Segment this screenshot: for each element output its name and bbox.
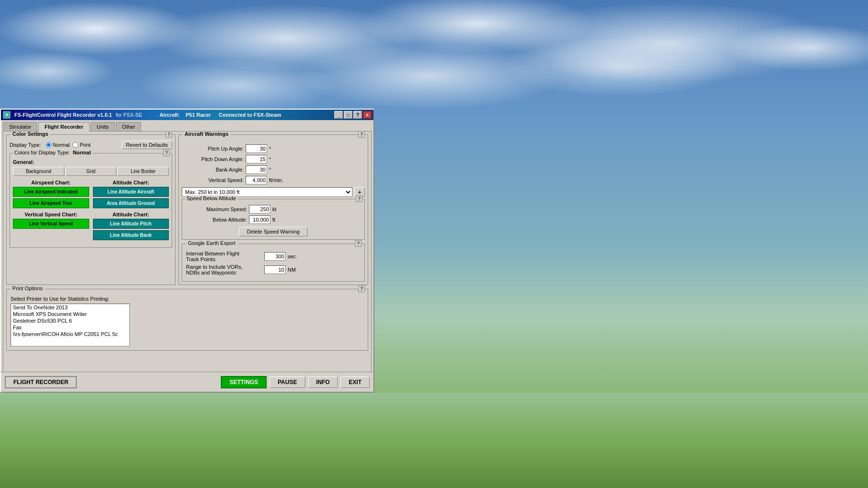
- bank-angle-row: Bank Angle: 30 °: [182, 165, 365, 174]
- maximize-button[interactable]: □: [344, 111, 352, 119]
- attitude-chart-col: Attitude Chart: Line Altitude Pitch Line…: [93, 212, 169, 242]
- title-bar: ✈ FS-FlightControl Flight Recorder v1.0.…: [1, 110, 373, 120]
- help-button[interactable]: ?: [353, 111, 362, 119]
- title-bar-left: ✈ FS-FlightControl Flight Recorder v1.0.…: [3, 111, 281, 119]
- flight-recorder-bottom-button[interactable]: FLIGHT RECORDER: [5, 376, 77, 388]
- speed-below-altitude-title: Speed Below Altitude: [185, 195, 238, 201]
- aircraft-warnings-help[interactable]: ?: [358, 131, 365, 138]
- radio-print-label[interactable]: Print: [72, 142, 91, 148]
- line-attitude-bank-button[interactable]: Line Altitude Bank: [93, 230, 169, 240]
- printer-item-2[interactable]: Gestetner DSc530 PCL 6: [11, 317, 129, 324]
- pause-button[interactable]: PAUSE: [269, 376, 305, 388]
- altitude-chart-label: Altitude Chart:: [93, 180, 169, 185]
- general-color-buttons: Background Grid Line Border: [13, 167, 169, 176]
- vertical-speed-chart-label: Vertical Speed Chart:: [13, 212, 89, 217]
- google-earth-help[interactable]: ?: [355, 240, 362, 247]
- close-button[interactable]: ×: [363, 111, 372, 119]
- title-bar-buttons: _ □ ? ×: [334, 111, 372, 119]
- printer-item-3[interactable]: Fax: [11, 324, 129, 331]
- top-panel-row: Color Settings ? Display Type: Normal Pr…: [6, 134, 368, 285]
- line-altitude-aircraft-button[interactable]: Line Altitude Aircraft: [93, 187, 169, 197]
- app-window: ✈ FS-FlightControl Flight Recorder v1.0.…: [0, 109, 374, 393]
- colors-sub-title: Colors for Display Type: Normal: [13, 150, 93, 155]
- color-settings-group: Color Settings ? Display Type: Normal Pr…: [6, 134, 176, 285]
- interval-row: Interval Between Flight Track Points: 30…: [186, 251, 361, 262]
- printer-list[interactable]: Send To OneNote 2013 Microsoft XPS Docum…: [10, 304, 130, 346]
- vertical-speed-warning-label: Vertical Speed:: [182, 177, 244, 183]
- radio-print-text: Print: [80, 142, 91, 148]
- bank-angle-unit: °: [269, 167, 271, 173]
- speed-below-altitude-panel: Speed Below Altitude ? Maximum Speed: 25…: [182, 199, 365, 240]
- settings-button[interactable]: SETTINGS: [221, 376, 267, 388]
- delete-speed-warning-button[interactable]: Delete Speed Warning: [239, 227, 308, 236]
- aircraft-name: P51 Racer: [186, 112, 211, 118]
- line-vertical-speed-button[interactable]: Line Vertical Speed: [13, 219, 89, 229]
- area-altitude-ground-button[interactable]: Area Altitude Ground: [93, 198, 169, 208]
- interval-input[interactable]: 300: [264, 252, 286, 261]
- line-airspeed-true-button[interactable]: Line Airspeed True: [13, 198, 89, 208]
- colors-sub-group: Colors for Display Type: Normal ? Genera…: [10, 153, 172, 248]
- below-altitude-label: Below Altitude:: [185, 217, 247, 223]
- printer-label: Select Printer to Use for Statistics Pri…: [10, 296, 364, 302]
- pitch-down-unit: °: [269, 156, 271, 162]
- google-earth-panel: Google Earth Export ? Interval Between F…: [182, 244, 365, 282]
- pitch-down-input[interactable]: 15: [246, 155, 267, 163]
- altitude-chart-col: Altitude Chart: Line Altitude Aircraft A…: [93, 180, 169, 210]
- below-altitude-unit: ft: [272, 217, 275, 223]
- general-label: General:: [13, 159, 169, 165]
- range-unit: NM: [288, 267, 296, 273]
- line-airspeed-indicated-button[interactable]: Line Airspeed Indicated: [13, 187, 89, 197]
- exit-button[interactable]: EXIT: [341, 376, 370, 388]
- line-border-color-button[interactable]: Line Border: [117, 167, 169, 176]
- max-speed-input[interactable]: 250: [249, 205, 270, 214]
- print-options-help[interactable]: ?: [358, 285, 365, 292]
- grid-color-button[interactable]: Grid: [65, 167, 117, 176]
- tab-other[interactable]: Other: [116, 122, 142, 131]
- below-altitude-input[interactable]: 10,000: [249, 215, 270, 224]
- aircraft-overlay: [374, 109, 868, 393]
- tab-bar: Simulator Flight Recorder Units Other: [1, 120, 373, 131]
- tab-simulator[interactable]: Simulator: [3, 122, 37, 131]
- aircraft-warnings-group: Aircraft Warnings ? Pitch Up Angle: 30 °…: [178, 134, 368, 285]
- app-icon: ✈: [3, 111, 10, 119]
- color-settings-help[interactable]: ?: [165, 131, 172, 138]
- revert-defaults-button[interactable]: Revert to Defaults: [122, 141, 172, 149]
- tab-flight-recorder[interactable]: Flight Recorder: [38, 122, 89, 132]
- max-speed-label: Maximum Speed:: [185, 206, 247, 212]
- app-title-for: for FSX-SE: [116, 112, 143, 118]
- interval-unit: sec.: [288, 254, 297, 259]
- print-options-title: Print Options: [10, 285, 45, 291]
- bank-angle-input[interactable]: 30: [246, 165, 267, 174]
- printer-item-0[interactable]: Send To OneNote 2013: [11, 304, 129, 311]
- tab-units[interactable]: Units: [91, 122, 115, 131]
- pitch-up-row: Pitch Up Angle: 30 °: [182, 144, 365, 153]
- content-area: Color Settings ? Display Type: Normal Pr…: [3, 131, 372, 375]
- colors-sub-help[interactable]: ?: [163, 150, 170, 156]
- pitch-up-label: Pitch Up Angle:: [182, 146, 244, 152]
- range-label: Range to Include VORs, NDBs and Waypoint…: [186, 264, 262, 275]
- radio-print[interactable]: [72, 142, 78, 148]
- range-input[interactable]: 10: [264, 265, 286, 274]
- info-button[interactable]: INFO: [308, 376, 338, 388]
- printer-item-1[interactable]: Microsoft XPS Document Writer: [11, 311, 129, 317]
- speed-below-altitude-help[interactable]: ?: [356, 195, 362, 202]
- pitch-up-unit: °: [269, 146, 271, 152]
- pitch-up-input[interactable]: 30: [246, 144, 267, 153]
- radio-normal-text: Normal: [53, 142, 70, 148]
- aircraft-warnings-title: Aircraft Warnings: [183, 131, 230, 137]
- radio-normal[interactable]: [46, 142, 52, 148]
- max-speed-unit: kt: [272, 206, 277, 212]
- line-attitude-pitch-button[interactable]: Line Altitude Pitch: [93, 219, 169, 229]
- minimize-button[interactable]: _: [334, 111, 343, 119]
- aircraft-label: Aircraft:: [159, 112, 180, 118]
- vertical-speed-unit: ft/min.: [269, 177, 283, 183]
- vertical-speed-warning-input[interactable]: 4,000: [246, 176, 267, 184]
- pitch-down-row: Pitch Down Angle: 15 °: [182, 155, 365, 163]
- below-altitude-row: Below Altitude: 10,000 ft: [185, 215, 362, 224]
- background-color-button[interactable]: Background: [13, 167, 64, 176]
- vertical-speed-warning-row: Vertical Speed: 4,000 ft/min.: [182, 176, 365, 184]
- connection-status: Connected to FSX-Steam: [218, 112, 281, 118]
- radio-normal-label[interactable]: Normal: [46, 142, 70, 148]
- print-options-group: Print Options ? Select Printer to Use fo…: [6, 289, 368, 351]
- printer-item-4[interactable]: \\rs-fpserver\RICOH Aficio MP C2051 PCL …: [11, 331, 129, 337]
